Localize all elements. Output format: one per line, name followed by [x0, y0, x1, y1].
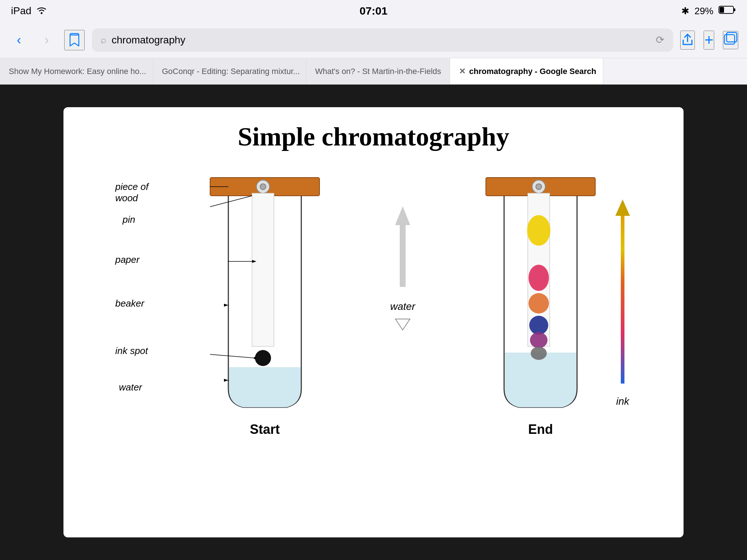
svg-point-0	[41, 12, 43, 14]
svg-rect-26	[400, 225, 406, 287]
diagram-body: piece ofwood pin paper beaker ink spot w…	[85, 174, 662, 517]
tab-2-label: GoConqr - Editing: Separating mixtur...	[162, 67, 300, 76]
status-bar: iPad 07:01 ✱ 29%	[0, 0, 747, 22]
svg-line-21	[210, 354, 255, 358]
tab-2[interactable]: GoConqr - Editing: Separating mixtur...	[153, 58, 306, 84]
address-text: chromatography	[112, 34, 651, 46]
tab-close-icon[interactable]: ✕	[459, 67, 465, 76]
svg-point-13	[255, 350, 271, 366]
label-water: water	[119, 382, 142, 393]
tab-1-label: Show My Homework: Easy online ho...	[9, 67, 146, 76]
browser-toolbar: ‹ › ⌕ chromatography ⟳ +	[0, 22, 747, 58]
svg-rect-2	[720, 7, 724, 13]
middle-section: water	[390, 174, 415, 334]
svg-line-15	[210, 196, 252, 207]
tabs-bar: Show My Homework: Easy online ho... GoCo…	[0, 58, 747, 85]
forward-button[interactable]: ›	[36, 30, 57, 50]
svg-marker-41	[615, 199, 630, 216]
tabs-button[interactable]	[723, 31, 738, 49]
label-paper: paper	[115, 254, 140, 265]
svg-rect-3	[734, 8, 735, 11]
tab-4-label: chromatography - Google Search	[469, 67, 596, 76]
toolbar-actions: +	[680, 31, 738, 50]
water-small-arrow	[394, 315, 412, 334]
search-icon: ⌕	[101, 34, 107, 46]
tab-4[interactable]: ✕ chromatography - Google Search	[450, 58, 603, 84]
time-display: 07:01	[360, 5, 388, 17]
end-label: End	[528, 422, 553, 437]
tab-1[interactable]: Show My Homework: Easy online ho...	[0, 58, 153, 84]
diagram-container: Simple chromatography piece ofwood pin p…	[63, 107, 684, 537]
svg-point-38	[529, 316, 548, 335]
back-button[interactable]: ‹	[9, 30, 29, 50]
svg-point-37	[529, 293, 549, 314]
new-tab-button[interactable]: +	[704, 31, 714, 50]
label-beaker: beaker	[115, 298, 144, 309]
label-piece-of-wood: piece ofwood	[115, 181, 148, 204]
start-label: Start	[250, 422, 280, 437]
diagram-title: Simple chromatography	[85, 122, 662, 152]
water-arrow	[392, 203, 414, 298]
svg-rect-42	[621, 216, 624, 384]
bluetooth-icon: ✱	[681, 5, 689, 17]
battery-percentage: 29%	[694, 5, 713, 17]
tab-3-label: What's on? - St Martin-in-the-Fields	[315, 67, 441, 76]
bookmarks-button[interactable]	[64, 30, 85, 50]
start-beaker-svg	[199, 174, 330, 415]
svg-point-40	[531, 347, 547, 360]
device-label: iPad	[11, 5, 31, 17]
svg-point-22	[254, 357, 256, 359]
wifi-icon	[36, 5, 47, 17]
main-content: Simple chromatography piece ofwood pin p…	[0, 85, 747, 560]
svg-marker-24	[224, 379, 228, 382]
end-beaker-svg	[475, 174, 606, 415]
share-button[interactable]	[680, 31, 695, 50]
reload-button[interactable]: ⟳	[656, 34, 664, 46]
svg-rect-4	[724, 35, 735, 44]
svg-marker-25	[395, 207, 410, 225]
svg-marker-27	[395, 319, 410, 330]
svg-rect-5	[727, 32, 737, 42]
svg-point-8	[260, 184, 266, 190]
address-bar[interactable]: ⌕ chromatography ⟳	[92, 28, 673, 52]
svg-point-35	[527, 215, 550, 246]
ink-arrow	[614, 196, 632, 393]
svg-point-30	[536, 184, 542, 190]
label-pin: pin	[123, 214, 135, 225]
ink-label: ink	[616, 396, 629, 407]
label-ink-spot: ink spot	[115, 345, 148, 357]
svg-rect-12	[229, 367, 301, 390]
svg-marker-20	[224, 304, 228, 307]
battery-icon	[719, 5, 736, 18]
svg-point-39	[530, 332, 547, 348]
tab-3[interactable]: What's on? - St Martin-in-the-Fields	[306, 58, 450, 84]
svg-rect-9	[252, 193, 274, 346]
water-label: water	[390, 301, 415, 312]
svg-point-36	[529, 265, 549, 291]
